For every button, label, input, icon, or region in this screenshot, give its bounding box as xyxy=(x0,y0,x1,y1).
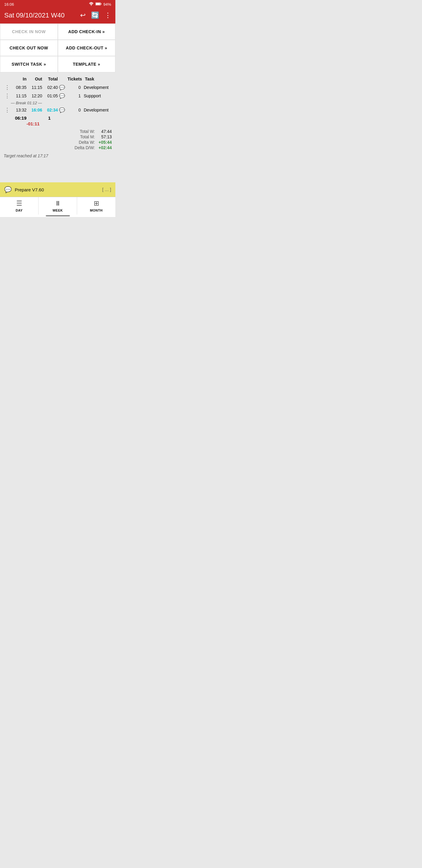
totals-row: 06:19 1 xyxy=(2,114,113,121)
row2-tickets: 1 xyxy=(66,93,81,98)
add-check-out-button[interactable]: ADD CHECK-OUT » xyxy=(58,40,116,56)
row2-total: 01:05 xyxy=(42,93,58,98)
table-row: ⋮ 08:35 11:15 02:40 💬 0 Development xyxy=(2,83,113,92)
home-bar xyxy=(46,215,70,216)
day-label: DAY xyxy=(16,209,23,212)
row1-out: 11:15 xyxy=(27,85,42,90)
row1-tickets: 0 xyxy=(66,85,81,90)
check-in-now-button[interactable]: CHECK IN NOW xyxy=(0,24,58,40)
col-header-in: In xyxy=(11,76,27,82)
add-check-in-button[interactable]: ADD CHECK-IN » xyxy=(58,24,116,40)
day-tickets: 1 xyxy=(36,116,51,121)
delta-dw-value: +02:44 xyxy=(95,145,112,150)
target-reached-text: Target reached at 17:17 xyxy=(2,152,113,159)
day-icon: ☰ xyxy=(16,199,22,207)
delta-w-row: Delta W: +05:44 xyxy=(4,140,112,145)
svg-point-0 xyxy=(91,5,92,6)
week-label: WEEK xyxy=(53,209,63,212)
svg-rect-2 xyxy=(101,3,101,4)
overtime-value: -01:11 xyxy=(2,121,113,126)
col-header-tickets: Tickets xyxy=(67,76,82,82)
row2-comment-icon[interactable]: 💬 xyxy=(58,93,66,99)
total-m-value: 57:13 xyxy=(95,134,112,139)
battery-icon xyxy=(96,2,101,7)
table-row: ⋮ 11:15 12:20 01:05 💬 1 Suppport xyxy=(2,92,113,100)
home-indicator xyxy=(0,215,116,217)
total-w-label: Total W: xyxy=(59,129,95,134)
break-label: — Break 01:12 — xyxy=(2,100,113,106)
delta-dw-label: Delta D/W: xyxy=(59,145,95,150)
status-time: 16:06 xyxy=(4,2,14,7)
template-button[interactable]: TEMPLATE » xyxy=(58,56,116,72)
action-buttons-grid: CHECK IN NOW ADD CHECK-IN » CHECK OUT NO… xyxy=(0,24,116,72)
row2-out: 12:20 xyxy=(27,93,42,98)
row2-task: Suppport xyxy=(81,93,112,98)
bottom-nav: ☰ DAY ⏸ WEEK ⊞ MONTH xyxy=(0,197,116,215)
nav-item-day[interactable]: ☰ DAY xyxy=(0,197,38,215)
active-row-tickets: 0 xyxy=(66,107,81,113)
prepare-label: Prepare V7.60 xyxy=(15,187,99,192)
switch-task-button[interactable]: SWITCH TASK » xyxy=(0,56,58,72)
delta-w-value: +05:44 xyxy=(95,140,112,145)
active-row-in: 13:32 xyxy=(11,107,27,113)
week-icon: ⏸ xyxy=(55,199,61,207)
nav-item-month[interactable]: ⊞ MONTH xyxy=(77,197,116,215)
col-header-out: Out xyxy=(27,76,42,82)
undo-icon[interactable]: ↩ xyxy=(80,11,86,19)
active-row-total: 02:34 xyxy=(42,107,58,113)
total-m-row: Total M: 57:13 xyxy=(4,134,112,140)
summary-block: Total W: 47:44 Total M: 57:13 Delta W: +… xyxy=(2,126,113,152)
wifi-icon xyxy=(89,2,94,7)
table-row-active: ⋮ 13:32 16:06 02:34 💬 0 Development xyxy=(2,106,113,114)
day-total: 06:19 xyxy=(11,116,27,121)
svg-rect-3 xyxy=(96,3,100,4)
battery-percent: 94% xyxy=(103,2,111,7)
more-options-icon[interactable]: ⋮ xyxy=(104,11,111,19)
time-table: In Out Total Tickets Task ⋮ 08:35 11:15 … xyxy=(0,72,116,182)
row1-total: 02:40 xyxy=(42,85,58,90)
refresh-icon[interactable]: 🔄 xyxy=(91,11,99,19)
total-m-label: Total M: xyxy=(59,134,95,139)
header-actions: ↩ 🔄 ⋮ xyxy=(80,11,111,19)
col-header-task: Task xyxy=(82,76,112,82)
active-row-comment-icon[interactable]: 💬 xyxy=(58,107,66,113)
row-menu-button-2[interactable]: ⋮ xyxy=(4,93,11,99)
prepare-bracket: [ … ] xyxy=(102,187,111,192)
check-out-now-button[interactable]: CHECK OUT NOW xyxy=(0,40,58,56)
month-icon: ⊞ xyxy=(94,199,99,207)
total-w-row: Total W: 47:44 xyxy=(4,129,112,134)
table-header-row: In Out Total Tickets Task xyxy=(2,75,113,83)
row-menu-button-1[interactable]: ⋮ xyxy=(4,84,11,91)
status-bar: 16:06 94% xyxy=(0,0,116,8)
col-header-total: Total xyxy=(42,76,58,82)
prepare-comment-icon: 💬 xyxy=(4,186,12,193)
app-header: Sat 09/10/2021 W40 ↩ 🔄 ⋮ xyxy=(0,8,116,24)
row1-in: 08:35 xyxy=(11,85,27,90)
month-label: MONTH xyxy=(90,209,103,212)
row-menu-button-active[interactable]: ⋮ xyxy=(4,107,11,113)
row1-task: Development xyxy=(81,85,112,90)
delta-dw-row: Delta D/W: +02:44 xyxy=(4,145,112,150)
active-row-out: 16:06 xyxy=(27,107,42,113)
prepare-banner[interactable]: 💬 Prepare V7.60 [ … ] xyxy=(0,182,116,197)
active-row-task: Development xyxy=(81,107,112,113)
total-w-value: 47:44 xyxy=(95,129,112,134)
nav-item-week[interactable]: ⏸ WEEK xyxy=(38,197,77,215)
row2-in: 11:15 xyxy=(11,93,27,98)
header-title: Sat 09/10/2021 W40 xyxy=(4,11,65,19)
row1-comment-icon[interactable]: 💬 xyxy=(58,85,66,90)
delta-w-label: Delta W: xyxy=(59,140,95,145)
